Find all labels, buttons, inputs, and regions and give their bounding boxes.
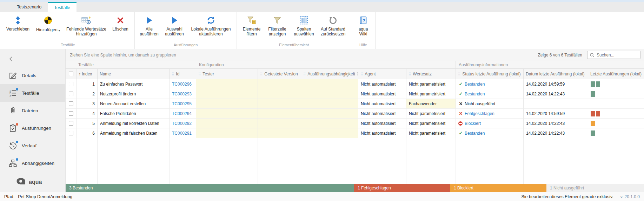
- cell-agent[interactable]: Nicht automatisiert: [358, 128, 406, 138]
- fehlende-wertesaetze-button[interactable]: + Fehlende Wertesätze hinzufügen: [65, 14, 108, 36]
- column-menu-icon[interactable]: [172, 72, 176, 76]
- column-menu-icon[interactable]: [260, 72, 264, 76]
- sidebar-collapse-button[interactable]: [0, 51, 65, 67]
- cell-tester[interactable]: [196, 89, 258, 99]
- run-selection-icon: [171, 15, 178, 26]
- tab-testfaelle[interactable]: Testfälle: [48, 2, 77, 12]
- loeschen-button[interactable]: Löschen: [109, 14, 132, 32]
- sidebar-item-ausfuehrungen[interactable]: Ausführungen: [0, 119, 65, 137]
- notification-dot: [16, 88, 18, 91]
- cell-datum: 14.02.2020 14:59:59: [524, 109, 588, 119]
- status-link[interactable]: Bestanden: [465, 92, 485, 96]
- cell-abhaengigkeit[interactable]: [301, 109, 358, 119]
- cell-id-link[interactable]: TC000294: [170, 109, 196, 119]
- cell-id-link[interactable]: TC000293: [170, 89, 196, 99]
- column-header-id[interactable]: Id: [170, 69, 196, 79]
- cell-wertesatz[interactable]: Nicht parametrisiert: [406, 79, 456, 89]
- sidebar-item-dateien[interactable]: Dateien: [0, 102, 65, 119]
- cell-abhaengigkeit[interactable]: [301, 128, 358, 138]
- cell-version[interactable]: [258, 109, 301, 119]
- hinzufuegen-button[interactable]: Hinzufügen: [33, 14, 64, 33]
- cell-version[interactable]: [258, 128, 301, 138]
- sidebar-item-verlauf[interactable]: Verlauf: [0, 137, 65, 154]
- sidebar-item-abhaengigkeiten[interactable]: Abhängigkeiten: [0, 154, 65, 172]
- band-ausfuehrungsinformationen[interactable]: Ausführungsinformationen: [456, 61, 644, 69]
- band-konfiguration[interactable]: Konfiguration: [196, 61, 456, 69]
- cell-agent[interactable]: Nicht automatisiert: [358, 99, 406, 109]
- cell-tester[interactable]: [196, 128, 258, 138]
- column-menu-icon[interactable]: [303, 72, 307, 76]
- cell-index: 4: [77, 109, 98, 119]
- column-header-name[interactable]: Name: [98, 69, 170, 79]
- cell-status: Bestanden: [456, 89, 524, 99]
- column-header-version[interactable]: Getestete Version: [258, 69, 301, 79]
- cell-wertesatz[interactable]: Nicht parametrisiert: [406, 119, 456, 128]
- sidebar-item-testfaelle[interactable]: 123 Testfälle: [0, 84, 65, 102]
- column-header-wertesatz[interactable]: Wertesatz: [406, 69, 456, 79]
- row-checkbox[interactable]: [69, 131, 73, 135]
- column-header-datum[interactable]: Datum letzte Ausführung (lokal): [524, 69, 588, 79]
- cell-version[interactable]: [258, 119, 301, 128]
- cell-tester[interactable]: [196, 109, 258, 119]
- status-link[interactable]: Fehlgeschlagen: [465, 111, 494, 116]
- cell-abhaengigkeit[interactable]: [301, 79, 358, 89]
- alle-ausfuehren-button[interactable]: Alle ausführen: [138, 14, 161, 36]
- elemente-filtern-button[interactable]: Elemente filtern: [240, 14, 264, 36]
- cell-tester[interactable]: [196, 79, 258, 89]
- cell-id-link[interactable]: TC000291: [170, 128, 196, 138]
- verschieben-button[interactable]: Verschieben: [4, 14, 32, 32]
- column-menu-icon[interactable]: [458, 72, 462, 76]
- cell-id-link[interactable]: TC000295: [170, 99, 196, 109]
- cell-tester[interactable]: [196, 119, 258, 128]
- auf-standard-button[interactable]: Auf Standard zurücksetzen: [318, 14, 348, 36]
- column-header-tester[interactable]: Tester: [196, 69, 258, 79]
- cell-wertesatz[interactable]: Nicht parametrisiert: [406, 109, 456, 119]
- aqua-logo-text: aqua: [29, 179, 42, 185]
- cell-id-link[interactable]: TC000292: [170, 119, 196, 128]
- row-checkbox[interactable]: [69, 111, 73, 116]
- status-icon: [458, 121, 463, 126]
- cell-abhaengigkeit[interactable]: [301, 119, 358, 128]
- search-input[interactable]: [587, 51, 640, 59]
- cell-select: [66, 119, 77, 128]
- status-link[interactable]: Bestanden: [465, 82, 485, 87]
- row-checkbox[interactable]: [69, 101, 73, 106]
- cell-wertesatz[interactable]: Nicht parametrisiert: [406, 128, 456, 138]
- cell-agent[interactable]: Nicht automatisiert: [358, 119, 406, 128]
- row-checkbox[interactable]: [69, 82, 73, 86]
- cell-agent[interactable]: Nicht automatisiert: [358, 79, 406, 89]
- cell-abhaengigkeit[interactable]: [301, 99, 358, 109]
- spalten-auswaehlen-button[interactable]: Spalten auswählen: [291, 14, 317, 36]
- cell-version[interactable]: [258, 79, 301, 89]
- select-all-checkbox[interactable]: [69, 72, 73, 76]
- sidebar-item-details[interactable]: Details: [0, 67, 65, 84]
- column-menu-icon[interactable]: [409, 72, 413, 76]
- row-checkbox[interactable]: [69, 121, 73, 126]
- cell-version[interactable]: [258, 89, 301, 99]
- aqua-wiki-button[interactable]: ? aqua Wiki: [354, 14, 372, 36]
- cell-agent[interactable]: Nicht automatisiert: [358, 109, 406, 119]
- column-menu-icon[interactable]: [198, 72, 203, 76]
- band-testfaelle[interactable]: Testfälle: [66, 61, 196, 69]
- tab-testszenario[interactable]: Testszenario: [11, 2, 48, 12]
- cell-agent[interactable]: Nicht automatisiert: [358, 89, 406, 99]
- cell-wertesatz[interactable]: Fachanwender: [406, 99, 456, 109]
- cell-abhaengigkeit[interactable]: [301, 89, 358, 99]
- filterzeile-anzeigen-button[interactable]: Filterzeile anzeigen: [265, 14, 290, 36]
- column-header-index[interactable]: Index: [77, 69, 98, 79]
- column-header-letzte[interactable]: Letzte Ausführungen (lokal): [588, 69, 644, 79]
- status-link[interactable]: Blockiert: [465, 121, 481, 126]
- cell-tester[interactable]: [196, 99, 258, 109]
- auswahl-ausfuehren-button[interactable]: Auswahl ausführen: [162, 14, 187, 36]
- column-header-abhaengigkeit[interactable]: Ausführungsabhängigkeit: [301, 69, 358, 79]
- column-header-agent[interactable]: Agent: [358, 69, 406, 79]
- column-header-status[interactable]: Status letzte Ausführung (lokal): [456, 69, 524, 79]
- status-link[interactable]: Bestanden: [465, 131, 485, 136]
- cell-id-link[interactable]: TC000296: [170, 79, 196, 89]
- lokale-aktualisieren-button[interactable]: Lokale Ausführungen aktualisieren: [188, 14, 234, 36]
- column-header-select: [66, 69, 77, 79]
- row-checkbox[interactable]: [69, 92, 73, 96]
- column-menu-icon[interactable]: [360, 72, 365, 76]
- cell-wertesatz[interactable]: Nicht parametrisiert: [406, 89, 456, 99]
- cell-version[interactable]: [258, 99, 301, 109]
